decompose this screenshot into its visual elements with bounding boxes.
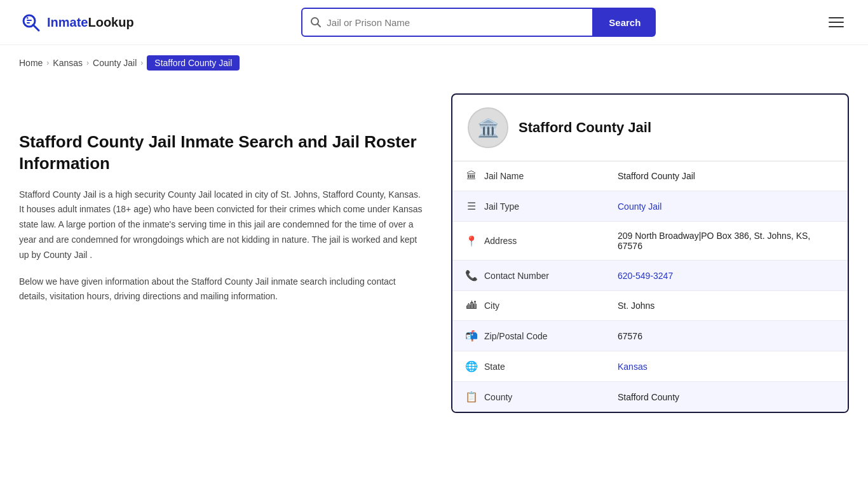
page-desc-2: Below we have given information about th… <box>19 274 426 305</box>
row-label: Jail Type <box>484 201 519 212</box>
table-row: 🏛Jail NameStafford County Jail <box>452 161 848 191</box>
row-value-cell: Stafford County Jail <box>605 161 848 191</box>
row-value-cell[interactable]: Kansas <box>605 351 848 382</box>
left-column: Stafford County Jail Inmate Search and J… <box>19 93 426 413</box>
row-label-cell: 📞Contact Number <box>452 261 605 291</box>
row-value-link[interactable]: County Jail <box>618 201 661 212</box>
row-value-cell: 67576 <box>605 321 848 351</box>
breadcrumb: Home › Kansas › County Jail › Stafford C… <box>0 45 868 81</box>
row-label-cell: 📋County <box>452 382 605 412</box>
page-desc-1: Stafford County Jail is a high security … <box>19 187 426 263</box>
logo-text: InmateLookup <box>47 15 134 30</box>
avatar-icon: 🏛️ <box>477 118 499 139</box>
row-label: Address <box>484 236 517 246</box>
search-icon <box>310 17 322 28</box>
table-row: 🌐StateKansas <box>452 351 848 382</box>
breadcrumb-state[interactable]: Kansas <box>53 58 83 68</box>
page-title: Stafford County Jail Inmate Search and J… <box>19 132 426 175</box>
search-input[interactable] <box>327 17 585 28</box>
row-value-cell[interactable]: 620-549-3247 <box>605 261 848 291</box>
svg-rect-2 <box>27 17 29 19</box>
row-value-cell: 209 North Broadway|PO Box 386, St. Johns… <box>605 222 848 261</box>
table-row: 📞Contact Number620-549-3247 <box>452 261 848 291</box>
breadcrumb-home[interactable]: Home <box>19 58 43 68</box>
header: InmateLookup Search <box>0 0 868 45</box>
svg-rect-3 <box>27 20 32 21</box>
row-label: City <box>484 301 499 311</box>
search-input-wrapper <box>301 8 593 37</box>
breadcrumb-sep-1: › <box>46 58 49 67</box>
row-label-cell: 🏛Jail Name <box>452 161 605 191</box>
table-row: 📍Address209 North Broadway|PO Box 386, S… <box>452 222 848 261</box>
search-button[interactable]: Search <box>593 8 656 37</box>
row-icon: 🏙 <box>465 300 478 311</box>
svg-line-1 <box>33 25 39 30</box>
row-icon: ☰ <box>465 200 478 212</box>
menu-button[interactable] <box>824 12 849 32</box>
table-row: 📋CountyStafford County <box>452 382 848 412</box>
row-label: County <box>484 392 512 402</box>
row-icon: 📋 <box>465 391 478 403</box>
row-icon: 📍 <box>465 235 478 247</box>
right-column: 🏛️ Stafford County Jail 🏛Jail NameStaffo… <box>451 93 849 413</box>
logo[interactable]: InmateLookup <box>19 11 134 34</box>
svg-line-6 <box>318 24 321 27</box>
info-table: 🏛Jail NameStafford County Jail☰Jail Type… <box>452 161 848 412</box>
row-label-cell: ☰Jail Type <box>452 191 605 222</box>
row-label: Jail Name <box>484 171 524 181</box>
svg-rect-4 <box>27 22 30 24</box>
row-icon: 🌐 <box>465 360 478 372</box>
row-label: State <box>484 362 505 372</box>
row-value-link[interactable]: 620-549-3247 <box>618 271 673 281</box>
table-row: ☰Jail TypeCounty Jail <box>452 191 848 222</box>
row-value-cell[interactable]: County Jail <box>605 191 848 222</box>
breadcrumb-current: Stafford County Jail <box>147 55 240 71</box>
row-label-cell: 📬Zip/Postal Code <box>452 321 605 351</box>
jail-name-header: Stafford County Jail <box>519 119 651 136</box>
row-value-link[interactable]: Kansas <box>618 362 648 372</box>
row-icon: 📞 <box>465 269 478 281</box>
jail-avatar: 🏛️ <box>468 107 508 148</box>
row-label-cell: 📍Address <box>452 222 605 261</box>
row-label: Contact Number <box>484 271 549 281</box>
breadcrumb-sep-3: › <box>140 58 143 67</box>
row-icon: 📬 <box>465 330 478 342</box>
row-label: Zip/Postal Code <box>484 331 548 341</box>
row-label-cell: 🌐State <box>452 351 605 382</box>
row-icon: 🏛 <box>465 170 478 182</box>
info-card: 🏛️ Stafford County Jail 🏛Jail NameStaffo… <box>451 93 849 413</box>
row-value-cell: St. Johns <box>605 291 848 321</box>
row-value-cell: Stafford County <box>605 382 848 412</box>
info-card-header: 🏛️ Stafford County Jail <box>452 95 848 161</box>
breadcrumb-sep-2: › <box>86 58 89 67</box>
table-row: 🏙CitySt. Johns <box>452 291 848 321</box>
search-area: Search <box>301 8 656 37</box>
row-label-cell: 🏙City <box>452 291 605 321</box>
main-content: Stafford County Jail Inmate Search and J… <box>0 81 868 438</box>
logo-icon <box>19 11 42 34</box>
table-row: 📬Zip/Postal Code67576 <box>452 321 848 351</box>
breadcrumb-jail-type[interactable]: County Jail <box>93 58 137 68</box>
